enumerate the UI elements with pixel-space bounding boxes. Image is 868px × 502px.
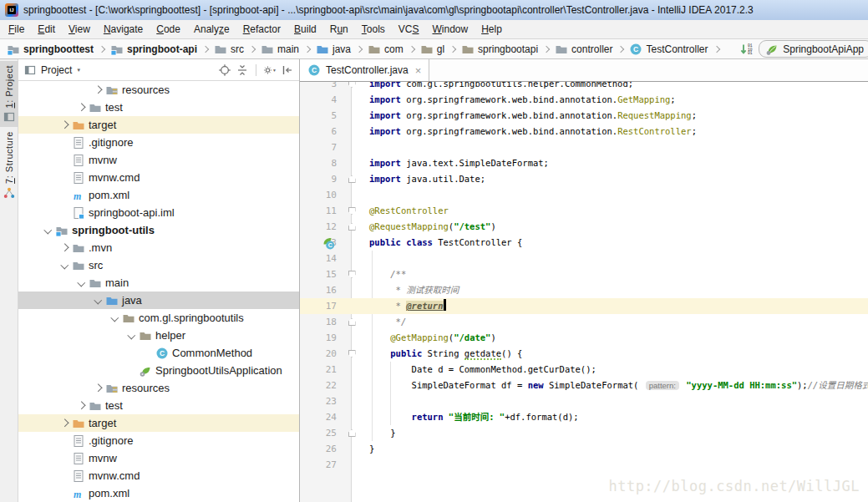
chevron-down-icon[interactable] bbox=[57, 259, 72, 272]
collapse-all-icon[interactable] bbox=[236, 63, 249, 77]
menu-window[interactable]: Window bbox=[425, 22, 475, 37]
chevron-down-icon[interactable] bbox=[107, 312, 122, 325]
menu-refactor[interactable]: Refactor bbox=[236, 22, 287, 37]
code-line[interactable]: 25 } bbox=[300, 425, 868, 441]
tree-row-commonmethod[interactable]: CCommonMethod bbox=[18, 344, 299, 362]
breadcrumb-item-controller[interactable]: controller bbox=[555, 43, 612, 56]
menu-analyze[interactable]: Analyze bbox=[187, 22, 236, 37]
fold-marker-icon[interactable] bbox=[343, 82, 360, 92]
tree-row-com.gl.springbootutils[interactable]: com.gl.springbootutils bbox=[18, 309, 299, 327]
chevron-down-icon[interactable] bbox=[124, 329, 139, 342]
settings-icon[interactable]: ▼ bbox=[263, 63, 277, 77]
tree-row-mvnw[interactable]: mvnw bbox=[18, 449, 299, 467]
code-line[interactable]: 14 bbox=[300, 251, 868, 266]
tree-row-test[interactable]: test bbox=[18, 397, 299, 414]
code-line[interactable]: 19 @GetMapping("/date") bbox=[300, 330, 868, 346]
tree-row-.gitignore[interactable]: .gitignore bbox=[18, 432, 299, 449]
breadcrumb-item-gl[interactable]: gl bbox=[420, 43, 444, 56]
code-line[interactable]: 10 bbox=[300, 187, 868, 203]
chevron-down-icon[interactable] bbox=[90, 294, 105, 307]
tree-row-helper[interactable]: helper bbox=[18, 327, 299, 344]
menu-view[interactable]: View bbox=[62, 22, 97, 37]
menu-build[interactable]: Build bbox=[287, 22, 323, 37]
code-line[interactable]: 21 Date d = CommonMethod.getCurDate(); bbox=[300, 362, 868, 378]
tree-row-test[interactable]: test bbox=[18, 99, 299, 116]
breadcrumb-item-springboot-api[interactable]: springboot-api bbox=[110, 43, 197, 56]
menu-help[interactable]: Help bbox=[475, 22, 509, 37]
breadcrumb-item-main[interactable]: main bbox=[261, 43, 299, 56]
breadcrumb-item-TestController[interactable]: CTestController bbox=[629, 43, 708, 56]
chevron-down-icon[interactable] bbox=[40, 224, 55, 237]
code-line[interactable]: 18 */ bbox=[300, 314, 868, 330]
code-line[interactable]: 11@RestController bbox=[300, 203, 868, 219]
breadcrumb-item-java[interactable]: java bbox=[316, 43, 351, 56]
code-line[interactable]: 8import java.text.SimpleDateFormat; bbox=[300, 155, 868, 171]
chevron-right-icon[interactable] bbox=[57, 119, 72, 132]
code-line[interactable]: 20 public String getdate() { bbox=[300, 346, 868, 362]
tree-row-resources[interactable]: resources bbox=[18, 81, 299, 99]
tree-row-resources[interactable]: resources bbox=[18, 379, 299, 397]
tool-stripe-tab-structure[interactable]: 7: Structure bbox=[0, 127, 18, 203]
fold-marker-icon[interactable] bbox=[343, 219, 360, 235]
code-line[interactable]: 15 /** bbox=[300, 266, 868, 282]
chevron-right-icon[interactable] bbox=[74, 399, 89, 413]
tree-row-target[interactable]: target bbox=[18, 414, 299, 432]
fold-marker-icon[interactable] bbox=[343, 314, 360, 330]
editor-tab[interactable]: C TestController.java × bbox=[300, 59, 429, 81]
menu-run[interactable]: Run bbox=[323, 22, 355, 37]
code-line[interactable]: 7 bbox=[300, 139, 868, 155]
code-line[interactable]: 9import java.util.Date; bbox=[300, 171, 868, 187]
breadcrumb-item-src[interactable]: src bbox=[214, 43, 244, 56]
tree-row-src[interactable]: src bbox=[18, 256, 299, 274]
chevron-right-icon[interactable] bbox=[90, 84, 105, 97]
menu-navigate[interactable]: Navigate bbox=[97, 22, 150, 37]
project-panel-title[interactable]: Project bbox=[41, 64, 72, 76]
chevron-right-icon[interactable] bbox=[74, 101, 89, 114]
breadcrumb-item-springbootapi[interactable]: springbootapi bbox=[461, 43, 538, 56]
tree-row-target[interactable]: target bbox=[18, 116, 299, 134]
code-line[interactable]: 16 * 测试获取时间 bbox=[300, 282, 868, 298]
run-configuration-selector[interactable]: SpringbootApiApp bbox=[759, 40, 868, 58]
tree-row-springboot-utils[interactable]: springboot-utils bbox=[18, 221, 299, 239]
tree-row-pom.xml[interactable]: mpom.xml bbox=[18, 186, 299, 204]
tree-row-pom.xml[interactable]: mpom.xml bbox=[18, 484, 299, 502]
tree-row-mvnw.cmd[interactable]: mvnw.cmd bbox=[18, 467, 299, 484]
code-line[interactable]: 6import org.springframework.web.bind.ann… bbox=[300, 124, 868, 139]
bytecode-binary-icon[interactable]: 011001 bbox=[740, 43, 754, 56]
fold-marker-icon[interactable] bbox=[343, 346, 360, 362]
tree-row-mvnw[interactable]: mvnw bbox=[18, 151, 299, 169]
fold-marker-icon[interactable] bbox=[343, 425, 360, 441]
code-editor[interactable]: 3import com.gl.springbootutils.helper.Co… bbox=[300, 82, 868, 502]
code-line[interactable]: 23 bbox=[300, 393, 868, 409]
tree-row-springbootutilsapplication[interactable]: SpringbootUtilsApplication bbox=[18, 362, 299, 379]
breadcrumb-item-com[interactable]: com bbox=[368, 43, 404, 56]
chevron-right-icon[interactable] bbox=[90, 382, 105, 395]
chevron-right-icon[interactable] bbox=[57, 241, 72, 255]
tree-row-.gitignore[interactable]: .gitignore bbox=[18, 134, 299, 151]
chevron-right-icon[interactable] bbox=[57, 417, 72, 430]
code-line[interactable]: 4import org.springframework.web.bind.ann… bbox=[300, 92, 868, 108]
tree-row-.mvn[interactable]: .mvn bbox=[18, 239, 299, 256]
tool-stripe-tab-project[interactable]: 1: Project bbox=[0, 61, 18, 127]
code-line[interactable]: 12@RequestMapping("/test") bbox=[300, 219, 868, 235]
code-line[interactable]: 17 * @return bbox=[300, 298, 868, 314]
menu-tools[interactable]: Tools bbox=[355, 22, 392, 37]
code-line[interactable]: 13Cpublic class TestController { bbox=[300, 235, 868, 251]
locate-icon[interactable] bbox=[218, 63, 231, 77]
breadcrumb-item-springboottest[interactable]: springboottest bbox=[7, 43, 94, 56]
tree-row-springboot-api.iml[interactable]: springboot-api.iml bbox=[18, 204, 299, 221]
code-line[interactable]: 5import org.springframework.web.bind.ann… bbox=[300, 108, 868, 124]
fold-marker-icon[interactable] bbox=[343, 171, 360, 187]
tree-row-main[interactable]: main bbox=[18, 274, 299, 292]
hide-panel-icon[interactable] bbox=[281, 63, 294, 77]
chevron-down-icon[interactable] bbox=[74, 276, 89, 290]
chevron-down-icon[interactable]: ▼ bbox=[76, 68, 81, 73]
tree-row-mvnw.cmd[interactable]: mvnw.cmd bbox=[18, 169, 299, 186]
code-line[interactable]: 3import com.gl.springbootutils.helper.Co… bbox=[300, 82, 868, 92]
code-line[interactable]: 24 return "当前时间: "+df.format(d); bbox=[300, 409, 868, 425]
menu-vcs[interactable]: VCS bbox=[392, 22, 426, 37]
menu-edit[interactable]: Edit bbox=[31, 22, 62, 37]
fold-marker-icon[interactable] bbox=[343, 203, 360, 219]
code-line[interactable]: 22 SimpleDateFormat df = new SimpleDateF… bbox=[300, 378, 868, 393]
fold-marker-icon[interactable] bbox=[343, 266, 360, 282]
